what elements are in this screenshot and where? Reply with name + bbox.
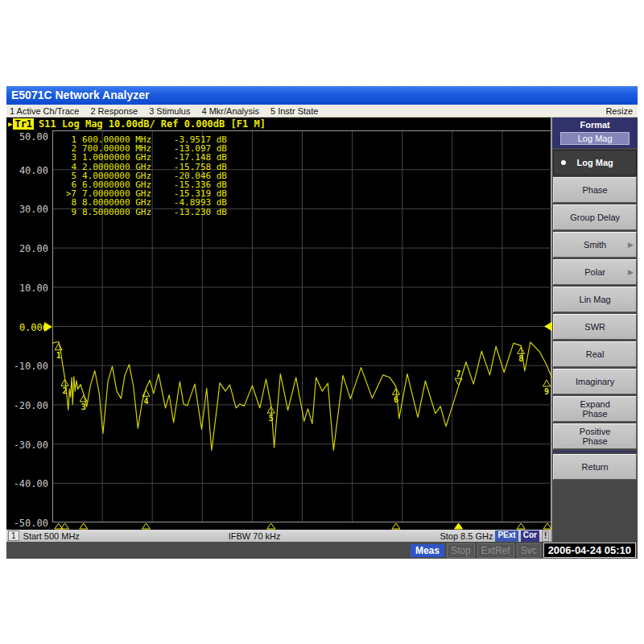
marker-number-label: 6	[394, 395, 398, 404]
menu-item[interactable]: 1 Active Ch/Trace	[10, 106, 79, 116]
menu-item[interactable]: 3 Stimulus	[149, 106, 190, 116]
marker-number-label: 2	[63, 386, 68, 395]
y-axis-label: 30.00	[6, 204, 48, 215]
softkey-log-mag[interactable]: Log Mag	[553, 150, 637, 175]
channel-badges: PExtCor!	[495, 530, 549, 542]
chevron-right-icon: ▶	[628, 240, 634, 250]
softkey-real[interactable]: Real	[553, 341, 637, 367]
marker-stimulus-triangle[interactable]	[142, 523, 150, 529]
window-title: E5071C Network Analyzer	[11, 89, 149, 101]
marker-value: -17.148 dB	[169, 153, 227, 162]
softkey-label: Group Delay	[570, 213, 620, 222]
marker-frequency: 8.5000000 GHz	[82, 208, 169, 217]
softkey-polar[interactable]: Polar▶	[553, 259, 637, 285]
softkey-filler	[552, 481, 638, 542]
graph-area: 50.0040.0030.0020.0010.000.000-10.00-20.…	[6, 130, 551, 530]
marker-number-label: 1	[56, 351, 61, 360]
softkey-imaginary[interactable]: Imaginary	[553, 369, 637, 394]
softkey-label: Smith	[584, 240, 606, 250]
softkey-label: Positive Phase	[580, 427, 611, 446]
marker-stimulus-triangle[interactable]	[80, 523, 88, 529]
screenshot-canvas: E5071C Network Analyzer 1 Active Ch/Trac…	[0, 0, 644, 644]
y-axis-label: 20.00	[6, 243, 48, 254]
marker-stimulus-triangle[interactable]	[392, 523, 400, 529]
y-axis-label: -40.00	[6, 478, 48, 489]
softkey-lin-mag[interactable]: Lin Mag	[553, 287, 637, 312]
status-indicators: StopExtRefSvc	[447, 543, 541, 558]
marker-stimulus-triangle[interactable]	[517, 523, 525, 529]
marker-number-label: 9	[544, 387, 549, 396]
datetime-display: 2006-04-24 05:10	[543, 543, 636, 558]
window-titlebar[interactable]: E5071C Network Analyzer	[6, 86, 638, 105]
trace-label: Tr1	[13, 118, 34, 130]
analyzer-window: E5071C Network Analyzer 1 Active Ch/Trac…	[6, 86, 638, 558]
y-axis-label: -20.00	[6, 400, 48, 411]
softkey-return[interactable]: Return	[553, 454, 637, 480]
marker-value: -4.8993 dB	[169, 198, 227, 207]
softkey-label: Polar	[584, 267, 605, 277]
y-axis-label: -10.00	[6, 361, 48, 372]
y-axis-label: 0.000	[6, 322, 48, 333]
marker-stimulus-triangle[interactable]	[455, 523, 463, 529]
marker-symbol[interactable]	[543, 380, 551, 386]
resize-button[interactable]: Resize	[605, 106, 633, 116]
instrument-display: ▶ Tr1 S11 Log Mag 10.00dB/ Ref 0.000dB […	[6, 118, 551, 542]
status-badge-: !	[542, 530, 549, 542]
reference-level-arrow-left[interactable]	[44, 322, 52, 332]
softkey-phase[interactable]: Phase	[553, 177, 637, 203]
softkey-expand-phase[interactable]: Expand Phase	[553, 396, 637, 422]
marker-table: 1600.00000 MHz-3.9517 dB2700.00000 MHz-1…	[60, 135, 227, 217]
trace-format-text: S11 Log Mag 10.00dB/ Ref 0.000dB [F1 M]	[39, 118, 266, 130]
y-axis-label: -30.00	[6, 440, 48, 451]
marker-number-label: 8	[518, 354, 523, 363]
marker-stimulus-triangle[interactable]	[267, 523, 275, 529]
softkey-label: Real	[586, 349, 605, 359]
instrument-status-bar: Meas StopExtRefSvc 2006-04-24 05:10	[6, 542, 638, 559]
reference-level-arrow-right[interactable]	[544, 322, 552, 332]
indicator-extref: ExtRef	[477, 543, 514, 558]
marker-symbol[interactable]	[55, 344, 62, 350]
menu-item[interactable]: 2 Response	[90, 106, 138, 116]
softkey-label: SWR	[584, 322, 605, 332]
softkey-label: Phase	[583, 185, 608, 195]
marker-stimulus-triangle[interactable]	[543, 523, 551, 529]
y-axis-label: 50.00	[6, 131, 48, 142]
softkey-group-delay[interactable]: Group Delay	[553, 204, 637, 230]
status-badge-cor: Cor	[521, 530, 539, 542]
channel-status-bar: 1 Start 500 MHz IFBW 70 kHz Stop 8.5 GHz…	[6, 530, 551, 542]
softkey-header: Format Log Mag	[552, 118, 638, 148]
softkey-buttons: Log MagPhaseGroup DelaySmith▶Polar▶Lin M…	[552, 148, 638, 481]
marker-frequency: 8.0000000 GHz	[82, 198, 169, 207]
menu-item[interactable]: 4 Mkr/Analysis	[201, 106, 259, 116]
marker-number-label: 5	[269, 414, 274, 423]
softkey-label: Expand Phase	[580, 399, 609, 419]
menu-bar: 1 Active Ch/Trace2 Response3 Stimulus4 M…	[6, 105, 638, 118]
y-axis-label: 40.00	[6, 165, 48, 176]
softkey-positive-phase[interactable]: Positive Phase	[553, 423, 637, 449]
measurement-state-badge: Meas	[411, 544, 444, 557]
menu-item[interactable]: 5 Instr State	[270, 106, 318, 116]
marker-table-row: 31.0000000 GHz-17.148 dB	[60, 153, 227, 162]
softkey-current-value: Log Mag	[560, 132, 630, 145]
trace-status-line: ▶ Tr1 S11 Log Mag 10.00dB/ Ref 0.000dB […	[6, 118, 551, 130]
indicator-stop: Stop	[447, 543, 475, 558]
marker-table-row: 98.5000000 GHz-13.230 dB	[60, 208, 227, 217]
softkey-smith[interactable]: Smith▶	[553, 232, 637, 258]
softkey-separator	[552, 451, 638, 452]
softkey-label: Imaginary	[576, 377, 614, 386]
marker-number: 9	[60, 208, 76, 217]
softkey-label: Lin Mag	[580, 295, 611, 304]
chevron-right-icon: ▶	[628, 267, 634, 277]
marker-number: 8	[60, 198, 76, 207]
softkey-swr[interactable]: SWR	[553, 314, 637, 340]
marker-number: 3	[60, 153, 76, 162]
indicator-svc: Svc	[517, 543, 541, 558]
softkey-menu-title: Format	[552, 120, 638, 130]
marker-table-row: 88.0000000 GHz-4.8993 dB	[60, 198, 227, 207]
marker-symbol[interactable]	[80, 395, 87, 402]
marker-number-label: 7	[456, 369, 461, 378]
marker-number-label: 3	[81, 402, 86, 411]
softkey-label: Log Mag	[577, 158, 613, 167]
softkey-menu: Format Log Mag Log MagPhaseGroup DelaySm…	[551, 118, 638, 542]
marker-number-label: 4	[143, 397, 148, 406]
